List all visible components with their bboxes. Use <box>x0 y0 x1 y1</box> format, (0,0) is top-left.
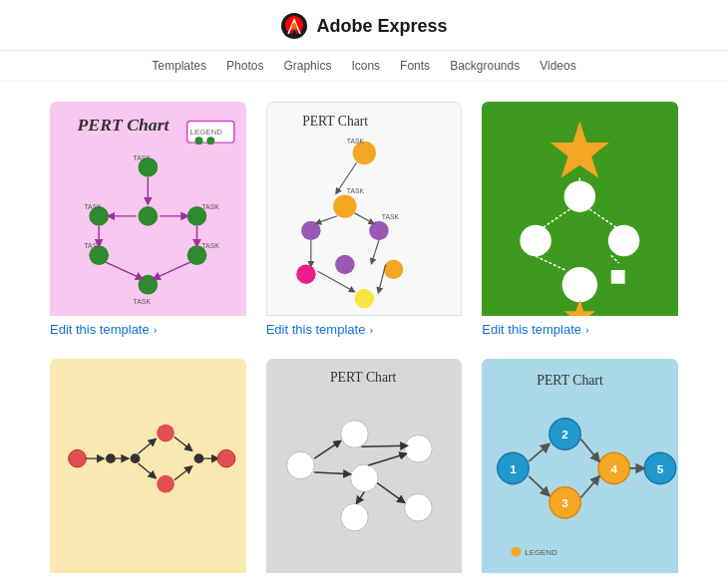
svg-line-43 <box>317 271 352 290</box>
svg-text:5: 5 <box>657 462 664 476</box>
svg-text:LEGEND: LEGEND <box>190 128 223 137</box>
svg-point-23 <box>138 275 158 295</box>
svg-text:TASK: TASK <box>134 154 152 161</box>
svg-line-82 <box>377 483 405 503</box>
svg-text:TASK: TASK <box>346 138 364 144</box>
svg-point-28 <box>352 142 375 164</box>
svg-point-34 <box>369 221 388 240</box>
template-card-2: PERT Chart TASK TASK TASK <box>266 102 463 339</box>
svg-text:TASK: TASK <box>134 298 152 305</box>
main-content: PERT Chart LEGEND TASK TASK <box>0 82 728 576</box>
preview-svg-2: PERT Chart TASK TASK TASK <box>267 103 462 315</box>
svg-point-74 <box>340 421 368 448</box>
svg-point-33 <box>301 221 320 240</box>
edit-label-1: Edit this template <box>50 322 150 337</box>
svg-point-65 <box>157 425 175 442</box>
svg-marker-57 <box>564 299 595 316</box>
edit-template-1[interactable]: Edit this template › <box>50 316 246 339</box>
svg-text:TASK: TASK <box>346 187 364 194</box>
nav-item-graphics[interactable]: Graphics <box>283 59 331 73</box>
template-preview-2[interactable]: PERT Chart TASK TASK TASK <box>266 102 463 316</box>
preview-svg-5: PERT Chart <box>266 359 463 573</box>
svg-point-60 <box>106 453 116 463</box>
template-card-1: PERT Chart LEGEND TASK TASK <box>50 102 246 339</box>
svg-text:TASK: TASK <box>201 203 219 210</box>
svg-point-12 <box>138 206 158 226</box>
svg-point-101 <box>512 547 522 557</box>
preview-svg-3 <box>482 102 678 316</box>
app-title: Adobe Express <box>316 16 447 37</box>
svg-line-45 <box>379 264 386 290</box>
template-card-3: Edit this template › <box>482 102 678 339</box>
svg-point-71 <box>217 449 235 467</box>
svg-line-83 <box>356 492 364 504</box>
svg-line-68 <box>175 466 192 480</box>
svg-text:2: 2 <box>562 428 569 441</box>
svg-point-47 <box>564 180 595 211</box>
svg-point-38 <box>335 255 354 274</box>
template-card-6: PERT Chart 1 2 3 4 5 <box>482 359 678 576</box>
nav-bar: Templates Photos Graphics Icons Fonts Ba… <box>0 51 728 82</box>
svg-line-84 <box>361 445 407 446</box>
svg-line-24 <box>106 262 140 278</box>
svg-rect-53 <box>611 270 625 284</box>
svg-text:PERT Chart: PERT Chart <box>538 373 604 388</box>
svg-line-99 <box>581 476 600 498</box>
chevron-3: › <box>585 324 589 336</box>
template-preview-1[interactable]: PERT Chart LEGEND TASK TASK <box>50 102 246 316</box>
svg-line-55 <box>536 256 565 270</box>
svg-point-5 <box>195 137 203 144</box>
svg-point-54 <box>562 267 597 302</box>
svg-point-58 <box>69 449 87 467</box>
nav-item-icons[interactable]: Icons <box>351 59 380 73</box>
svg-line-79 <box>314 440 341 458</box>
preview-svg-6: PERT Chart 1 2 3 4 5 <box>482 359 678 573</box>
svg-text:4: 4 <box>611 462 618 476</box>
svg-text:TASK: TASK <box>201 242 219 249</box>
template-preview-4[interactable] <box>50 359 246 573</box>
edit-template-2[interactable]: Edit this template › <box>266 316 463 339</box>
nav-item-fonts[interactable]: Fonts <box>400 59 430 73</box>
svg-line-44 <box>372 240 379 261</box>
svg-point-39 <box>383 260 402 279</box>
svg-point-6 <box>206 137 214 144</box>
chevron-2: › <box>369 324 373 336</box>
edit-label-2: Edit this template <box>266 322 366 337</box>
svg-point-66 <box>157 475 175 493</box>
template-preview-3[interactable] <box>482 102 678 316</box>
edit-template-3[interactable]: Edit this template › <box>482 316 678 339</box>
svg-line-98 <box>581 438 600 461</box>
svg-point-69 <box>194 453 204 463</box>
edit-label-3: Edit this template <box>482 322 581 337</box>
svg-point-76 <box>340 503 368 531</box>
svg-point-75 <box>350 464 378 492</box>
template-preview-6[interactable]: PERT Chart 1 2 3 4 5 <box>482 359 678 573</box>
app-header: Adobe Express <box>0 0 728 51</box>
svg-text:PERT Chart: PERT Chart <box>77 115 171 135</box>
svg-line-51 <box>543 209 570 228</box>
nav-item-videos[interactable]: Videos <box>540 59 575 73</box>
svg-point-73 <box>286 451 314 479</box>
nav-item-photos[interactable]: Photos <box>226 59 263 73</box>
adobe-express-logo <box>280 12 308 40</box>
svg-text:PERT Chart: PERT Chart <box>330 370 397 385</box>
svg-line-36 <box>317 216 336 223</box>
svg-line-56 <box>611 255 619 263</box>
svg-line-81 <box>368 453 406 465</box>
chevron-1: › <box>154 324 158 336</box>
svg-point-40 <box>296 264 315 283</box>
svg-line-64 <box>138 463 156 478</box>
nav-item-backgrounds[interactable]: Backgrounds <box>450 59 520 73</box>
svg-point-78 <box>404 494 432 522</box>
svg-text:TASK: TASK <box>84 203 102 210</box>
svg-point-31 <box>333 194 356 217</box>
svg-text:TASK: TASK <box>382 213 400 220</box>
svg-marker-46 <box>550 121 609 177</box>
template-preview-5[interactable]: PERT Chart <box>266 359 463 573</box>
template-grid: PERT Chart LEGEND TASK TASK <box>50 102 678 576</box>
preview-svg-4 <box>50 359 246 573</box>
svg-line-96 <box>530 443 550 461</box>
svg-line-97 <box>530 476 550 496</box>
nav-item-templates[interactable]: Templates <box>152 59 206 73</box>
svg-point-41 <box>354 289 373 308</box>
